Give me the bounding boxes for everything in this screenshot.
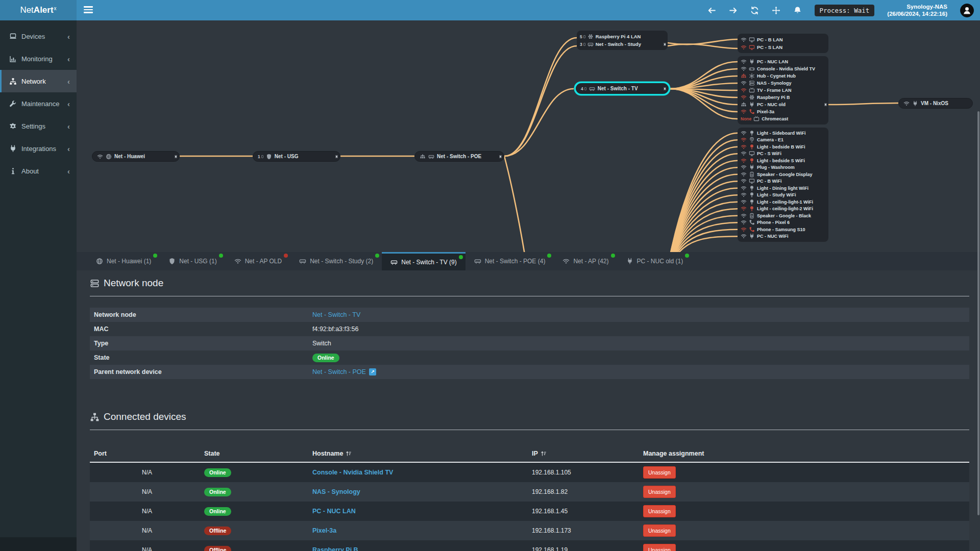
wifi-icon: [741, 206, 747, 212]
map-device-row[interactable]: PC - NUC WiFi: [741, 233, 825, 240]
tab-net-usg-1[interactable]: Net - USG (1): [160, 252, 225, 270]
scrollbar[interactable]: [977, 111, 979, 515]
tab-net-switch-tv-9[interactable]: Net - Switch - TV (9): [382, 252, 465, 270]
map-device-row[interactable]: Speaker - Google Display: [741, 171, 825, 178]
map-device-row[interactable]: Camera - E1: [741, 137, 825, 144]
map-device-row[interactable]: TV - Frame LAN: [741, 87, 825, 94]
bulb-icon: [749, 206, 755, 212]
column-header-hostname[interactable]: Hostname: [312, 450, 532, 457]
tab-pc-nuc-old-1[interactable]: PC - NUC old (1): [618, 252, 692, 270]
sort-icon[interactable]: [346, 450, 352, 457]
bulb-icon: [749, 185, 755, 191]
map-device-row[interactable]: Light - bedside S WiFi: [741, 157, 825, 164]
shield-icon: [168, 258, 176, 265]
wifi-icon: [234, 258, 241, 265]
tab-net-ap-old[interactable]: Net - AP OLD: [226, 252, 290, 270]
column-header-ip[interactable]: IP: [532, 450, 643, 457]
notifications-icon[interactable]: [793, 6, 802, 15]
column-header-state: State: [204, 450, 312, 457]
bulb-icon: [749, 192, 755, 198]
map-device-row[interactable]: PC - S LAN: [741, 43, 825, 51]
plug-icon: [749, 164, 755, 170]
sidebar-item-network[interactable]: Network‹: [0, 70, 77, 92]
map-node-net-switch-tv[interactable]: 4Net - Switch - TV: [576, 83, 669, 94]
unassign-button[interactable]: Unassign: [643, 524, 676, 537]
map-device-row[interactable]: Speaker - Google - Black: [741, 212, 825, 219]
tab-label: Net - AP (42): [573, 258, 608, 265]
refresh-icon[interactable]: [750, 6, 759, 15]
sidebar-item-integrations[interactable]: Integrations‹: [0, 137, 77, 160]
sidebar-toggle-icon[interactable]: [84, 6, 93, 14]
map-device-row[interactable]: PC - S WiFi: [741, 151, 825, 158]
map-node-net-huawei[interactable]: Net - Huawei: [92, 151, 180, 162]
map-device-row[interactable]: PC - B LAN: [741, 36, 825, 43]
header-label: Port: [94, 450, 107, 457]
map-device-row[interactable]: PC - B WiFi: [741, 178, 825, 185]
map-device-row[interactable]: Light - Sideboard WiFi: [741, 130, 825, 137]
map-device-row[interactable]: Light - Dining light WiFi: [741, 185, 825, 192]
map-device-row[interactable]: PC - NUC old: [741, 101, 825, 108]
map-device-row[interactable]: 3Net - Switch - Study: [580, 40, 665, 48]
network-map[interactable]: Net - Huawei1Net - USGNet - Switch - POE…: [77, 20, 980, 252]
node-connector[interactable]: [664, 43, 666, 45]
unassign-button[interactable]: Unassign: [643, 544, 676, 551]
hostname-link[interactable]: Pixel-3a: [312, 527, 336, 534]
map-node-vm-nixos[interactable]: VM - NixOS: [898, 98, 973, 109]
node-connector[interactable]: [664, 87, 666, 90]
sidebar-item-settings[interactable]: Settings‹: [0, 115, 77, 137]
unassign-button[interactable]: Unassign: [643, 505, 676, 517]
sidebar-item-label: Devices: [21, 33, 45, 40]
detail-row: Parent network deviceNet - Switch - POE↗: [90, 365, 969, 379]
map-device-row[interactable]: NoneChromecast: [741, 115, 825, 122]
map-device-row[interactable]: Light - ceiling-light-1 WiFi: [741, 198, 825, 206]
node-connector[interactable]: [824, 104, 827, 106]
node-connector[interactable]: [499, 155, 502, 158]
hostname-link[interactable]: NAS - Synology: [312, 488, 360, 495]
wifi-icon: [741, 233, 747, 239]
tab-net-ap-42[interactable]: Net - AP (42): [554, 252, 617, 270]
hostname-link[interactable]: PC - NUC LAN: [312, 508, 356, 515]
avatar[interactable]: [960, 4, 974, 17]
map-device-row[interactable]: 5Raspberry Pi 4 LAN: [580, 33, 665, 40]
map-device-row[interactable]: Phone - Samsung S10: [741, 226, 825, 233]
tab-net-switch-study-2[interactable]: Net - Switch - Study (2): [290, 252, 382, 270]
node-connector[interactable]: [175, 155, 177, 158]
map-device-row[interactable]: Light - bedside B WiFi: [741, 143, 825, 151]
hostname-link[interactable]: Console - Nvidia Shield TV: [312, 469, 393, 476]
hostname-link[interactable]: Raspberry Pi B: [312, 546, 358, 551]
desktop-icon: [749, 151, 755, 157]
map-node-net-usg[interactable]: 1Net - USG: [253, 151, 340, 162]
cell-hostname: NAS - Synology: [312, 488, 532, 495]
map-device-row[interactable]: PC - NUC LAN: [741, 58, 825, 65]
device-label: Hub - Cygnet Hub: [757, 73, 796, 79]
map-device-row[interactable]: NAS - Synology: [741, 80, 825, 87]
tab-net-switch-poe-4[interactable]: Net - Switch - POE (4): [465, 252, 554, 270]
unassign-button[interactable]: Unassign: [643, 466, 676, 479]
back-icon[interactable]: [707, 6, 716, 15]
map-node-net-switch-poe[interactable]: Net - Switch - POE: [414, 151, 504, 162]
detail-label: MAC: [90, 325, 312, 333]
camera-icon: [749, 137, 755, 143]
map-device-row[interactable]: Light - Study WiFi: [741, 192, 825, 199]
unassign-button[interactable]: Unassign: [643, 486, 676, 498]
forward-icon[interactable]: [729, 6, 738, 15]
map-device-row[interactable]: Raspberry Pi B: [741, 94, 825, 101]
tab-net-huawei-1[interactable]: Net - Huawei (1): [87, 252, 160, 270]
map-device-row[interactable]: Phone - Pixel 6: [741, 219, 825, 227]
external-link-icon[interactable]: ↗: [369, 368, 376, 375]
sidebar-item-devices[interactable]: Devices‹: [0, 25, 77, 47]
sidebar-item-about[interactable]: About‹: [0, 160, 77, 182]
sidebar-item-monitoring[interactable]: Monitoring‹: [0, 47, 77, 70]
map-device-row[interactable]: Plug - Washroom: [741, 164, 825, 171]
map-device-row[interactable]: Pixel-3a: [741, 108, 825, 115]
sort-icon[interactable]: [541, 450, 547, 457]
map-device-row[interactable]: Hub - Cygnet Hub: [741, 72, 825, 80]
app-logo[interactable]: NetAlertx: [0, 0, 77, 20]
move-icon[interactable]: [772, 6, 780, 15]
map-device-row[interactable]: Light - ceiling-light-2 WiFi: [741, 206, 825, 213]
parent-node-link[interactable]: Net - Switch - POE: [312, 368, 366, 375]
node-connector[interactable]: [335, 155, 338, 158]
node-link[interactable]: Net - Switch - TV: [312, 311, 360, 318]
sidebar-item-maintenance[interactable]: Maintenance‹: [0, 92, 77, 115]
map-device-row[interactable]: Console - Nvidia Shield TV: [741, 65, 825, 72]
